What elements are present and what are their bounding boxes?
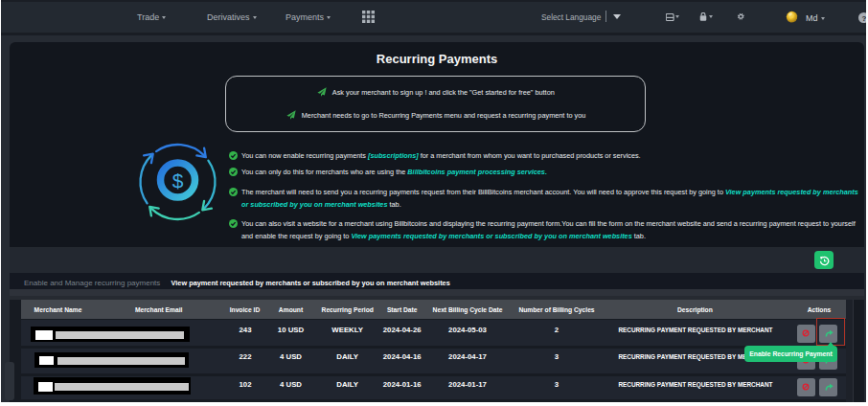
svg-text:$: $ [171,169,183,192]
